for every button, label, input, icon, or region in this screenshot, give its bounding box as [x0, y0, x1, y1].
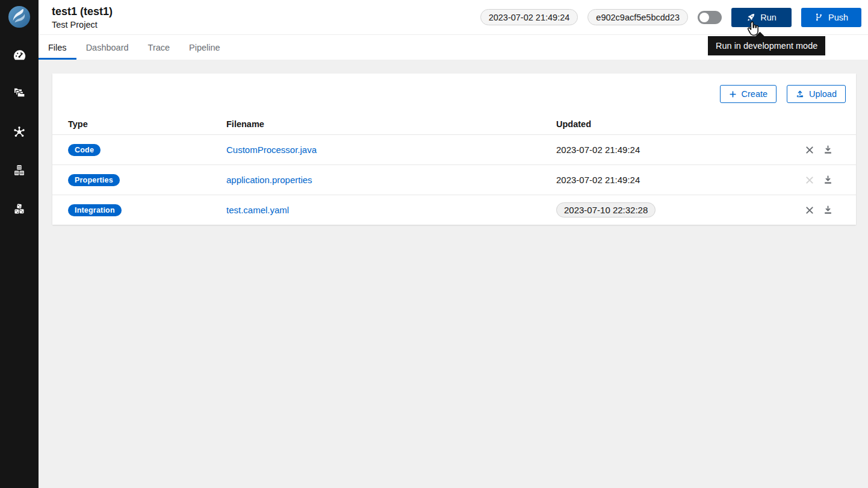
tab-files[interactable]: Files	[39, 35, 76, 60]
dev-mode-toggle[interactable]	[698, 11, 722, 24]
delete-file-button	[805, 175, 814, 185]
push-button[interactable]: Push	[801, 8, 861, 27]
filename-link[interactable]: CustomProcessor.java	[226, 145, 317, 155]
commit-hash-badge: e902c9acf5e5bcdd23	[587, 9, 688, 25]
run-button-label: Run	[760, 13, 777, 22]
close-icon	[805, 205, 814, 215]
nav-hub[interactable]	[0, 113, 39, 151]
download-file-button[interactable]	[823, 145, 833, 155]
nav-services[interactable]	[0, 151, 39, 190]
sidebar-nav	[0, 36, 39, 228]
rocket-icon	[746, 13, 755, 22]
updated-value: 2023-07-02 21:49:24	[556, 175, 640, 185]
dashboard-icon	[13, 48, 26, 62]
close-icon	[805, 175, 814, 185]
sidebar	[0, 0, 39, 488]
filename-link[interactable]: application.properties	[226, 175, 312, 185]
app-logo[interactable]	[0, 0, 39, 28]
toggle-knob	[699, 13, 709, 22]
title-block: test1 (test1) Test Project	[52, 5, 113, 30]
plus-icon	[729, 90, 737, 98]
files-toolbar: Create Upload	[52, 74, 856, 110]
create-button-label: Create	[742, 89, 768, 99]
tab-pipeline[interactable]: Pipeline	[179, 35, 230, 60]
file-type-badge: Code	[68, 144, 101, 156]
nav-projects[interactable]	[0, 74, 39, 113]
download-icon	[823, 205, 833, 215]
run-tooltip: Run in development mode	[708, 36, 825, 55]
services-icon	[12, 163, 26, 178]
content-area: Create Upload Type Filename Updated Code…	[39, 60, 868, 488]
delete-file-button[interactable]	[805, 205, 814, 215]
main-area: test1 (test1) Test Project 2023-07-02 21…	[39, 0, 868, 488]
file-type-badge: Properties	[68, 174, 120, 186]
download-file-button[interactable]	[823, 205, 833, 215]
close-icon	[805, 145, 814, 155]
delete-file-button[interactable]	[805, 145, 814, 155]
files-card: Create Upload Type Filename Updated Code…	[52, 74, 856, 225]
filename-link[interactable]: test.camel.yaml	[226, 205, 289, 215]
run-button[interactable]: Run	[731, 8, 792, 27]
hub-icon	[12, 125, 26, 139]
table-row: Properties application.properties 2023-0…	[52, 164, 856, 195]
containers-icon	[13, 202, 26, 216]
create-button[interactable]: Create	[720, 85, 777, 103]
push-button-label: Push	[828, 13, 848, 22]
projects-icon	[12, 86, 26, 101]
file-type-badge: Integration	[68, 204, 122, 216]
updated-value: 2023-07-02 21:49:24	[556, 145, 640, 155]
download-icon	[823, 145, 833, 155]
upload-button-label: Upload	[809, 89, 837, 99]
updated-value: 2023-07-10 22:32:28	[556, 202, 656, 217]
table-row: Integration test.camel.yaml 2023-07-10 2…	[52, 195, 856, 225]
files-table-body: Code CustomProcessor.java 2023-07-02 21:…	[52, 134, 856, 225]
karavan-logo-icon	[8, 5, 31, 28]
code-branch-icon	[814, 13, 823, 22]
page-subtitle: Test Project	[52, 20, 113, 30]
commit-time-badge: 2023-07-02 21:49:24	[480, 9, 578, 25]
nav-containers[interactable]	[0, 190, 39, 228]
table-header: Type Filename Updated	[52, 110, 856, 134]
project-header: test1 (test1) Test Project 2023-07-02 21…	[39, 0, 868, 35]
tab-dashboard[interactable]: Dashboard	[76, 35, 138, 60]
page-title: test1 (test1)	[52, 5, 113, 18]
column-header-type: Type	[68, 119, 226, 129]
table-row: Code CustomProcessor.java 2023-07-02 21:…	[52, 134, 856, 164]
download-icon	[823, 175, 833, 185]
tab-trace[interactable]: Trace	[138, 35, 180, 60]
column-header-filename: Filename	[226, 119, 556, 129]
nav-dashboard[interactable]	[0, 36, 39, 74]
upload-button[interactable]: Upload	[787, 85, 846, 103]
upload-icon	[796, 90, 804, 98]
download-file-button[interactable]	[823, 175, 833, 185]
header-actions: 2023-07-02 21:49:24 e902c9acf5e5bcdd23 R…	[480, 8, 861, 27]
column-header-updated: Updated	[556, 119, 795, 129]
